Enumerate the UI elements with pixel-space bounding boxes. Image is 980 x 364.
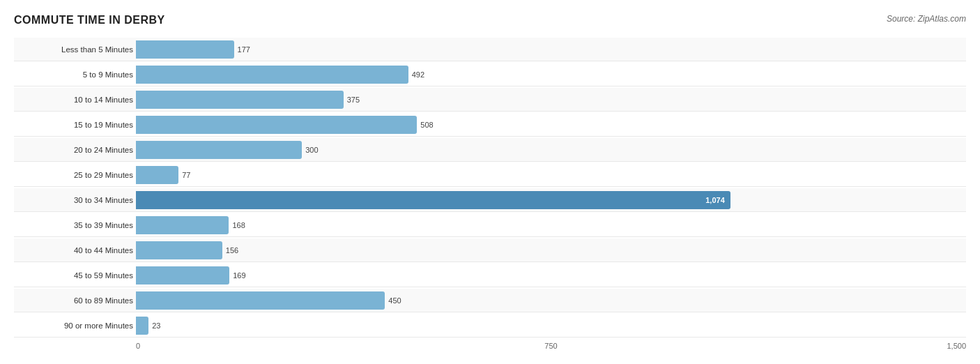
x-axis: 07501,500 xyxy=(14,342,966,350)
x-axis-tick: 1,500 xyxy=(689,342,966,350)
bar-row: 5 to 9 Minutes492 xyxy=(14,63,966,86)
bar: 300 xyxy=(136,141,302,159)
bar-value: 300 xyxy=(305,146,318,154)
bar: 177 xyxy=(136,40,234,59)
source-label: Source: ZipAtlas.com xyxy=(887,14,966,24)
bar: 23 xyxy=(136,317,148,335)
bar: 1,074 xyxy=(136,191,730,209)
bar-row: 40 to 44 Minutes156 xyxy=(14,238,966,262)
bar-label: 5 to 9 Minutes xyxy=(14,70,136,79)
bar-value: 177 xyxy=(238,45,250,54)
chart-header: COMMUTE TIME IN DERBY Source: ZipAtlas.c… xyxy=(14,14,966,26)
bar-row: 45 to 59 Minutes169 xyxy=(14,264,966,287)
bar-value: 492 xyxy=(412,70,424,79)
bar-value: 375 xyxy=(347,96,360,104)
bar-container: 1,074 xyxy=(136,188,966,211)
bar-value: 156 xyxy=(226,246,238,255)
chart-area: Less than 5 Minutes1775 to 9 Minutes4921… xyxy=(14,38,966,338)
bar-label: 30 to 34 Minutes xyxy=(14,196,136,204)
bar-container: 156 xyxy=(136,238,966,261)
bar: 450 xyxy=(136,291,385,310)
bar-container: 508 xyxy=(136,113,966,136)
bar-container: 169 xyxy=(136,264,966,287)
bar-value: 23 xyxy=(152,321,160,330)
bar-label: 90 or more Minutes xyxy=(14,321,136,330)
bar-label: 60 to 89 Minutes xyxy=(14,296,136,305)
bar-label: 10 to 14 Minutes xyxy=(14,96,136,104)
bar-value: 77 xyxy=(182,171,190,179)
chart-title: COMMUTE TIME IN DERBY xyxy=(14,14,165,26)
bar: 156 xyxy=(136,241,222,259)
bar-row: Less than 5 Minutes177 xyxy=(14,38,966,61)
bar: 375 xyxy=(136,91,344,109)
bar-container: 23 xyxy=(136,314,966,337)
bar-row: 25 to 29 Minutes77 xyxy=(14,163,966,187)
bar-value: 1,074 xyxy=(705,196,725,204)
x-axis-tick: 0 xyxy=(136,342,413,350)
bar-row: 15 to 19 Minutes508 xyxy=(14,113,966,137)
bar-label: 40 to 44 Minutes xyxy=(14,246,136,255)
bar-container: 177 xyxy=(136,38,966,61)
bar-container: 492 xyxy=(136,63,966,86)
bar: 508 xyxy=(136,116,417,134)
bar-label: 45 to 59 Minutes xyxy=(14,271,136,280)
bar-label: 35 to 39 Minutes xyxy=(14,221,136,229)
bar-value: 450 xyxy=(388,296,401,305)
bar: 77 xyxy=(136,166,178,184)
bar-row: 10 to 14 Minutes375 xyxy=(14,88,966,112)
bar: 169 xyxy=(136,266,229,285)
bar-row: 35 to 39 Minutes168 xyxy=(14,213,966,237)
bar-row: 90 or more Minutes23 xyxy=(14,314,966,338)
bar-row: 60 to 89 Minutes450 xyxy=(14,289,966,312)
bar-container: 450 xyxy=(136,289,966,312)
bar-value: 169 xyxy=(233,271,245,280)
bar: 492 xyxy=(136,66,408,84)
bar-container: 375 xyxy=(136,88,966,111)
bar-label: Less than 5 Minutes xyxy=(14,45,136,54)
bar-container: 77 xyxy=(136,163,966,186)
bar-container: 300 xyxy=(136,138,966,161)
bar-label: 15 to 19 Minutes xyxy=(14,121,136,129)
bar-row: 30 to 34 Minutes1,074 xyxy=(14,188,966,212)
bar-container: 168 xyxy=(136,213,966,236)
bar-value: 508 xyxy=(420,121,433,129)
x-axis-tick: 750 xyxy=(413,342,689,350)
bar-value: 168 xyxy=(232,221,245,229)
bar-label: 20 to 24 Minutes xyxy=(14,146,136,154)
bar-label: 25 to 29 Minutes xyxy=(14,171,136,179)
bar: 168 xyxy=(136,216,229,234)
bar-row: 20 to 24 Minutes300 xyxy=(14,138,966,162)
